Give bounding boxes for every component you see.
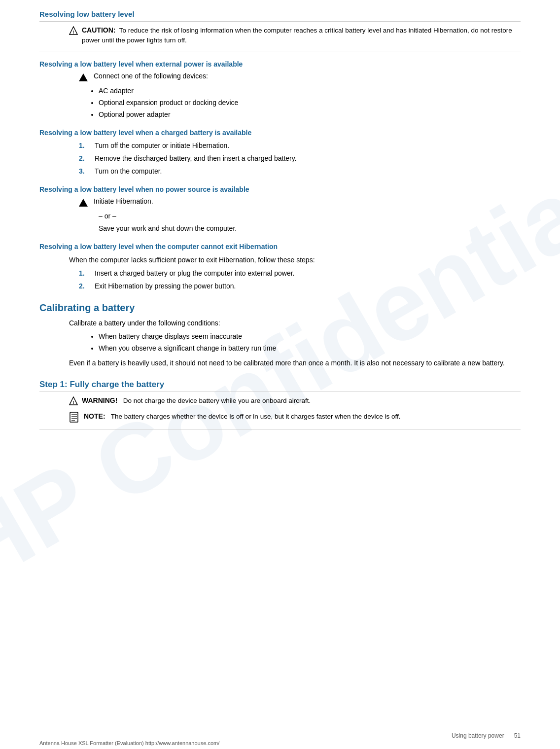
formatter-credit: Antenna House XSL Formatter (Evaluation)…	[39, 740, 219, 746]
list-item: When battery charge displays seem inaccu…	[99, 331, 521, 342]
caution-body: To reduce the risk of losing information…	[82, 27, 512, 44]
note-doc-icon	[69, 412, 80, 424]
note-block: NOTE: The battery charges whether the de…	[69, 412, 521, 424]
note-label: NOTE:	[84, 412, 105, 420]
arrow-item-hibernate: Initiate Hibernation.	[79, 197, 521, 208]
caution-label: CAUTION:	[82, 26, 115, 34]
note-body: The battery charges whether the device i…	[107, 413, 400, 420]
calibrating-intro: Calibrate a battery under the following …	[69, 318, 521, 328]
calibrating-bullets: When battery charge displays seem inaccu…	[99, 331, 521, 354]
page-title: Resolving low battery level	[39, 10, 521, 18]
arrow-item-label: Connect one of the following devices:	[94, 72, 208, 80]
section-cannot-exit-heading: Resolving a low battery level when the c…	[39, 243, 521, 250]
page-number: 51	[514, 732, 521, 739]
arrow-item-hibernate-label: Initiate Hibernation.	[94, 197, 153, 205]
page-footer: Using battery power 51	[452, 732, 521, 739]
list-item: 2. Exit Hibernation by pressing the powe…	[79, 281, 521, 291]
section-no-power-heading: Resolving a low battery level when no po…	[39, 185, 521, 193]
caution-block: ! CAUTION: To reduce the risk of losing …	[69, 26, 521, 46]
warning-label: WARNING!	[82, 396, 117, 404]
arrow-triangle-icon-2	[79, 199, 88, 208]
arrow-item-connect: Connect one of the following devices:	[79, 72, 521, 83]
list-item: 1. Insert a charged battery or plug the …	[79, 268, 521, 279]
footer-section-label: Using battery power	[452, 732, 504, 739]
caution-text: CAUTION: To reduce the risk of losing in…	[82, 26, 521, 46]
arrow-triangle-icon	[79, 73, 88, 83]
list-item: 1. Turn off the computer or initiate Hib…	[79, 141, 521, 151]
cannot-exit-steps: 1. Insert a charged battery or plug the …	[79, 268, 521, 291]
save-text: Save your work and shut down the compute…	[99, 223, 521, 234]
charged-battery-steps: 1. Turn off the computer or initiate Hib…	[79, 141, 521, 177]
section-step1-heading: Step 1: Fully charge the battery	[39, 380, 521, 390]
cannot-exit-intro: When the computer lacks sufficient power…	[69, 254, 521, 265]
list-item: 3. Turn on the computer.	[79, 166, 521, 177]
external-power-bullets: AC adapter Optional expansion product or…	[99, 86, 521, 120]
caution-bottom-divider	[39, 51, 521, 51]
warning-triangle-icon: !	[69, 396, 78, 407]
caution-triangle-icon: !	[69, 26, 78, 36]
warning-block: ! WARNING! Do not charge the device batt…	[69, 396, 521, 407]
svg-text:!: !	[73, 399, 74, 404]
section-calibrating-heading: Calibrating a battery	[39, 302, 521, 314]
step1-bottom-divider	[39, 429, 521, 429]
warning-body: Do not charge the device battery while y…	[119, 397, 311, 404]
warning-text-wrapper: WARNING! Do not charge the device batter…	[82, 396, 311, 406]
list-item: Optional power adapter	[99, 109, 521, 120]
calibrating-closing: Even if a battery is heavily used, it sh…	[69, 357, 521, 368]
list-item: Optional expansion product or docking de…	[99, 98, 521, 108]
svg-text:!: !	[73, 30, 74, 35]
step1-divider	[39, 392, 521, 392]
main-content: Resolving low battery level ! CAUTION: T…	[39, 10, 521, 429]
list-item: AC adapter	[99, 86, 521, 96]
note-text-wrapper: NOTE: The battery charges whether the de…	[84, 412, 401, 422]
list-item: 2. Remove the discharged battery, and th…	[79, 153, 521, 164]
list-item: When you observe a significant change in…	[99, 343, 521, 354]
top-divider	[39, 21, 521, 22]
or-text: – or –	[99, 211, 521, 221]
section-charged-battery-heading: Resolving a low battery level when a cha…	[39, 129, 521, 137]
section-external-power-heading: Resolving a low battery level when exter…	[39, 60, 521, 68]
